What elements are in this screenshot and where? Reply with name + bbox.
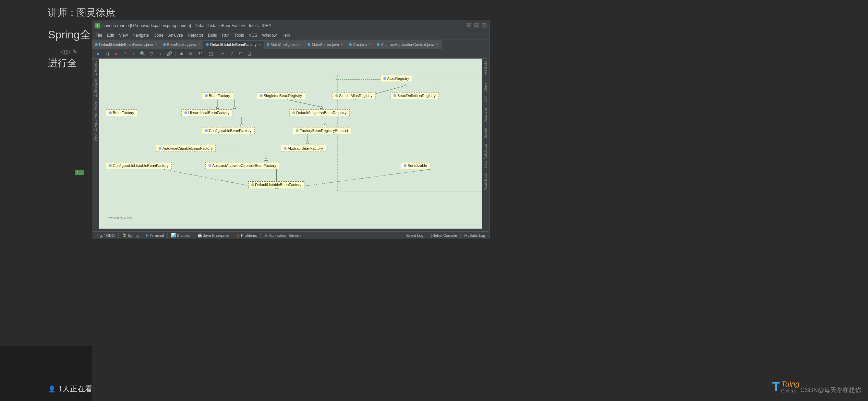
- edit-icon[interactable]: ✎: [72, 48, 77, 56]
- class-BeanFactory-top[interactable]: BeanFactory: [202, 92, 233, 99]
- toolbar-square-btn[interactable]: □: [237, 50, 244, 58]
- class-FactoryBeanRegistrySupport[interactable]: FactoryBeanRegistrySupport: [293, 127, 351, 134]
- left-sidebar: 1: Project Z: Structure Rebel 2: Favorit…: [92, 59, 99, 229]
- class-ConfigurableListableBeanFactory[interactable]: ConfigurableListableBeanFactory: [106, 162, 172, 169]
- menu-bar: File Edit View Navigate Code Analyze Ref…: [92, 31, 489, 39]
- sidebar-web[interactable]: Web: [93, 133, 98, 143]
- menu-vcs[interactable]: VCS: [247, 32, 260, 38]
- sidebar-gradle[interactable]: Gradle: [483, 127, 488, 140]
- tab-close-icon[interactable]: ✕: [155, 42, 157, 46]
- menu-help[interactable]: Help: [279, 32, 292, 38]
- class-AutowireCapableBeanFactory[interactable]: AutowireCapableBeanFactory: [156, 145, 216, 152]
- tab-mainconfig[interactable]: MainConfig.java ✕: [264, 40, 305, 49]
- sidebar-project[interactable]: 1: Project: [93, 60, 98, 77]
- class-HierarchicalBeanFactory[interactable]: HierarchicalBeanFactory: [181, 109, 232, 116]
- svg-marker-4: [216, 106, 219, 109]
- toolbar-cut-btn[interactable]: ✂: [219, 50, 227, 58]
- menu-analyze[interactable]: Analyze: [166, 32, 185, 38]
- status-statistic[interactable]: 📊 Statistic: [169, 233, 192, 238]
- class-SingletonBeanRegistry[interactable]: SingletonBeanRegistry: [257, 92, 305, 99]
- nav-back[interactable]: ◁: [60, 48, 65, 56]
- class-ConfigurableBeanFactory[interactable]: ConfigurableBeanFactory: [202, 127, 255, 134]
- content-area: 1: Project Z: Structure Rebel 2: Favorit…: [92, 59, 489, 229]
- tab-car[interactable]: Car.java ✕: [346, 40, 374, 49]
- tab-abstractapplication[interactable]: AbstractApplicationContext.java ✕: [374, 40, 441, 49]
- tab-defaultlistablebean-java[interactable]: DefaultListableBeanFactory.java ✕: [92, 40, 160, 49]
- tab-mainstarter[interactable]: MainStarter.java ✕: [305, 40, 346, 49]
- sidebar-ant-build[interactable]: Ant Build: [483, 60, 488, 76]
- class-DefaultSingletonBeanRegistry[interactable]: DefaultSingletonBeanRegistry: [289, 109, 350, 116]
- sidebar-word-book[interactable]: Word Book: [483, 172, 488, 191]
- class-AbstractAutowireCapableBeanFactory[interactable]: AbstractAutowireCapableBeanFactory: [205, 162, 279, 169]
- class-BeanFactory-left[interactable]: BeanFactory: [106, 109, 137, 116]
- toolbar-run-btn[interactable]: ●: [94, 50, 102, 58]
- menu-run[interactable]: Run: [220, 32, 232, 38]
- tab-close-icon[interactable]: ✕: [368, 42, 371, 46]
- toolbar-back-btn[interactable]: ◁: [103, 50, 111, 58]
- tab-close-icon[interactable]: ✕: [258, 43, 261, 47]
- toolbar-zoom-btn[interactable]: 🔍: [139, 50, 146, 58]
- toolbar-info-btn[interactable]: i: [130, 50, 137, 58]
- sidebar-structure[interactable]: Z: Structure: [93, 78, 98, 98]
- svg-marker-17: [265, 158, 267, 161]
- tab-beanfactory-java[interactable]: BeanFactory.java ✕: [160, 40, 204, 49]
- minimize-button[interactable]: ─: [467, 23, 471, 28]
- menu-code[interactable]: Code: [152, 32, 166, 38]
- status-mybatis-log[interactable]: MyBatis Log: [462, 233, 487, 238]
- class-BeanDefinitionRegistry[interactable]: BeanDefinitionRegistry: [390, 92, 439, 99]
- status-java-enterprise[interactable]: ☕ Java Enterprise: [195, 233, 231, 238]
- sidebar-rebel[interactable]: Rebel: [93, 99, 98, 111]
- menu-edit[interactable]: Edit: [105, 32, 116, 38]
- toolbar-zoom-level[interactable]: 11: [195, 50, 206, 58]
- status-spring[interactable]: 🍃 Spring: [120, 233, 141, 238]
- servers-icon: 🖥: [264, 233, 268, 238]
- class-SimpleAliasRegistry[interactable]: SimpleAliasRegistry: [332, 92, 376, 99]
- instructor-label: 讲师：图灵徐庶: [48, 6, 115, 19]
- class-Serializable[interactable]: Serializable: [401, 162, 430, 169]
- warn-badge[interactable]: ! ...: [75, 170, 84, 175]
- toolbar-check-btn[interactable]: ✓: [228, 50, 236, 58]
- sidebar-jsf[interactable]: JSF: [483, 95, 488, 104]
- toolbar-link-btn[interactable]: 🔗: [166, 50, 173, 58]
- menu-view[interactable]: View: [117, 32, 130, 38]
- close-button[interactable]: ✕: [482, 23, 486, 28]
- menu-file[interactable]: File: [94, 32, 104, 38]
- sidebar-favorites[interactable]: 2: Favorites: [93, 112, 98, 132]
- toolbar-up-btn[interactable]: ↑: [157, 50, 164, 58]
- toolbar-print-btn[interactable]: 🖨: [246, 50, 253, 58]
- toolbar-p-btn[interactable]: P: [121, 50, 129, 58]
- class-AbstractBeanFactory[interactable]: AbstractBeanFactory: [281, 145, 326, 152]
- toolbar-filter-btn[interactable]: ▽: [148, 50, 155, 58]
- menu-navigate[interactable]: Navigate: [131, 32, 151, 38]
- menu-refactor[interactable]: Refactor: [186, 32, 205, 38]
- sidebar-maven[interactable]: Maven: [483, 79, 488, 92]
- class-DefaultListableBeanFactory[interactable]: DefaultListableBeanFactory: [248, 181, 304, 188]
- toolbar-fit-btn[interactable]: ◫: [207, 50, 215, 58]
- tab-close-icon[interactable]: ✕: [299, 42, 302, 46]
- menu-window[interactable]: Window: [260, 32, 279, 38]
- tab-close-icon[interactable]: ✕: [436, 42, 438, 46]
- tab-close-icon[interactable]: ✕: [340, 42, 343, 46]
- nav-forward[interactable]: ▷: [66, 48, 71, 56]
- status-problems[interactable]: ⚠ Problems: [234, 233, 259, 238]
- sidebar-bean-validation[interactable]: Bean Validation: [483, 143, 488, 169]
- toolbar-stop-btn[interactable]: ■: [112, 50, 120, 58]
- maximize-button[interactable]: □: [474, 23, 479, 28]
- tab-defaultlistablebean-diagram[interactable]: DefaultListableBeanFactory ✕: [203, 40, 264, 49]
- status-todo[interactable]: ⑃ g: TODO: [94, 233, 117, 238]
- sidebar-database[interactable]: Database: [483, 107, 488, 124]
- diagram-area[interactable]: AliasRegistry BeanFactory SingletonBeanR…: [99, 59, 482, 229]
- svg-marker-8: [320, 106, 323, 109]
- svg-marker-13: [324, 123, 326, 126]
- status-app-servers[interactable]: 🖥 Application Servers: [262, 233, 303, 238]
- class-AliasRegistry[interactable]: AliasRegistry: [380, 75, 412, 82]
- toolbar-zoomin-btn[interactable]: ⊕: [178, 50, 185, 58]
- menu-tools[interactable]: Tools: [232, 32, 246, 38]
- status-terminal[interactable]: ▶ Terminal: [144, 233, 166, 238]
- tab-close-icon[interactable]: ✕: [197, 42, 200, 46]
- problems-icon: ⚠: [237, 233, 240, 238]
- toolbar-zoomout-btn[interactable]: ⊖: [186, 50, 194, 58]
- menu-build[interactable]: Build: [206, 32, 219, 38]
- status-event-log[interactable]: Event Log: [404, 233, 425, 238]
- status-jrebel-console[interactable]: JRebel Console: [429, 233, 459, 238]
